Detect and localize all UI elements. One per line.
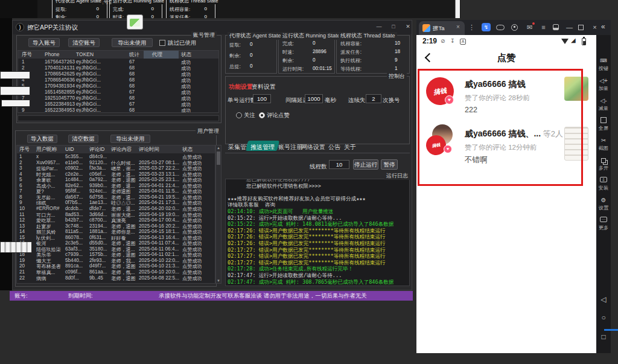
user-button-2[interactable]: 导出未使用: [110, 135, 150, 143]
table-row[interactable]: 14丽兰风铃811a5...1881a...老师你是...2025-04-15 …: [17, 229, 215, 235]
collapse-sidebar-icon[interactable]: «: [601, 22, 605, 31]
account-button-0[interactable]: 导入账号: [28, 38, 60, 47]
keyboard-icon[interactable]: ⌨: [596, 57, 611, 65]
settings-tab-1[interactable]: 资料设置: [252, 83, 276, 91]
account-button-1[interactable]: 清空账号: [68, 38, 100, 47]
table-row[interactable]: 816522384913eyJhbGci...67成功: [18, 101, 218, 107]
boost-icon[interactable]: ↯: [482, 23, 491, 31]
table-cell: 13: [19, 223, 25, 229]
table-row[interactable]: 4时光姐...c2e2e...c06ef...老师，退...2025-03-23…: [17, 171, 215, 177]
minimize-icon[interactable]: —: [565, 23, 574, 31]
table-row[interactable]: 21翠禧真...c096f...861aa...老师，氛...2025-04-1…: [17, 269, 215, 275]
thread-count-input[interactable]: [329, 160, 349, 169]
main-window-title: 撩它APP关注协议: [27, 24, 78, 32]
table-row[interactable]: 616514582855eyJhbGci...67成功: [18, 89, 218, 95]
skip-used-checkbox[interactable]: [159, 40, 165, 46]
table-cell: 3d66d...: [89, 212, 107, 217]
tab-close-icon[interactable]: ×: [456, 24, 460, 30]
table-row[interactable]: 417086540636eyJhbGci...68成功: [18, 77, 218, 83]
kebab-menu-icon[interactable]: ⋮: [467, 23, 476, 31]
stop-run-button[interactable]: 停止运行: [353, 159, 378, 170]
table-cell: Xuv0957...: [36, 160, 60, 165]
install-apk-icon[interactable]: ⇩: [596, 177, 611, 182]
gamepad-icon[interactable]: [496, 25, 505, 30]
tab-网络设置[interactable]: 网络设置: [301, 143, 325, 152]
user-table-scrollbar[interactable]: ▲ ▼: [215, 145, 221, 284]
table-row[interactable]: 15ly.伏剑...86078...0f631...好好看2025-04-13 …: [17, 235, 215, 241]
table-row[interactable]: 5余薯歌1c484...0a792...老师，退图2025-03-25 23:1…: [17, 177, 215, 183]
messages-icon[interactable]: ✉: [525, 23, 534, 31]
scroll-down-icon[interactable]: ▼: [216, 279, 221, 283]
table-row[interactable]: 17陆佰玖拾柒63af3...35180...老师，退...2025-04-11…: [17, 246, 215, 252]
volume-up-icon[interactable]: ◁+: [596, 77, 611, 85]
table-row[interactable]: 16银河2c3e5...d55d0...老师，退图2025-04-11 07:4…: [17, 240, 215, 246]
user-button-0[interactable]: 导入数据: [27, 135, 57, 143]
tab-公告[interactable]: 公告: [328, 143, 340, 152]
table-row[interactable]: 1x5c355...d84c9...点赞成功: [17, 154, 215, 160]
user-button-1[interactable]: 清空数据: [68, 135, 98, 143]
user-table[interactable]: 序号用户昵称UID评论ID评论内容评论时间状态1x5c355...d84c9..…: [16, 145, 215, 284]
android-home-icon[interactable]: ○: [596, 313, 611, 322]
table-row[interactable]: 3提输Par...c0902...f3e3a...嗯星，谢...2025-03-…: [17, 165, 215, 171]
table-row[interactable]: 12爱吃草...b42b7...c8700...真漂亮2025-04-17 00…: [17, 217, 215, 223]
pause-button[interactable]: 暂停: [381, 159, 398, 170]
emulator-tab[interactable]: 撩Ta ×: [419, 21, 465, 35]
table-row[interactable]: 22病病8d0f...9b..45老师，退图2025-04-08 22:5...…: [17, 275, 215, 281]
table-row[interactable]: 2Xuv0957...e11e0...92120...什么时候...2025-0…: [17, 160, 215, 166]
fullscreen-icon[interactable]: [596, 117, 611, 123]
table-row[interactable]: 517094381934eyJhbGci...68成功: [18, 83, 218, 89]
tab-推送管理[interactable]: 推送管理: [250, 143, 275, 152]
mini-window-icon[interactable]: [553, 24, 559, 30]
table-row[interactable]: 916522384953eyJhbGci...68成功: [18, 107, 218, 113]
minimize-button[interactable]: —: [374, 22, 384, 31]
field-input[interactable]: [366, 94, 381, 103]
scroll-up-icon[interactable]: ▲: [216, 146, 221, 150]
table-row[interactable]: 10#ERROR#dcdcb...dfde7...老师，退...2025-04-…: [17, 206, 215, 212]
close-button[interactable]: ✕: [403, 22, 413, 31]
run-log-console[interactable]: 您已解锁软件使用权限//// 您已解锁软件代理销售权限>>>> ★★★推荐好友购…: [225, 179, 410, 286]
menu-icon[interactable]: ≡: [539, 23, 548, 31]
account-table[interactable]: 序号PhoneTOKEN统计代理状态116756437263eyJhbGci..…: [18, 50, 219, 113]
table-cell: 16756437263: [45, 59, 75, 65]
volume-down-icon[interactable]: ◁-: [596, 97, 611, 104]
scrollbar-thumb[interactable]: [217, 152, 220, 165]
account-icon[interactable]: [511, 24, 518, 31]
table-row[interactable]: 7夏?95f8f...924ec...老师退图2025-04-01 11:5..…: [17, 188, 215, 194]
close-icon[interactable]: ×: [590, 23, 599, 31]
table-cell: 成功: [181, 107, 191, 113]
bg-status-value: 0: [205, 6, 207, 11]
image-file-icon[interactable]: [127, 14, 143, 30]
table-row[interactable]: 8无尽龄...da567...6d758...老师，退...2025-04-21…: [17, 194, 215, 200]
table-row[interactable]: 317086542625eyJhbGci...68成功: [18, 71, 218, 77]
table-row[interactable]: 719251045770eyJhbGci...68成功: [18, 95, 218, 101]
account-button-2[interactable]: 导出未使用: [112, 38, 153, 47]
table-row[interactable]: 217040124131eyJhbGci...68成功: [18, 65, 218, 71]
emulator-titlebar[interactable]: 撩Ta × ⋮↯✉≡—× «: [416, 20, 611, 35]
status-group: 代理状态 Agent State提取:0剩余:0总提:0: [225, 35, 277, 74]
multi-window-icon[interactable]: [596, 157, 611, 163]
table-row[interactable]: 18美乐蒂c7939...1575b...老师，退图2025-04-11 02:…: [17, 252, 215, 258]
radio-selected[interactable]: [259, 112, 265, 118]
screenshot-icon[interactable]: ✂: [596, 137, 611, 144]
field-input[interactable]: [305, 94, 323, 103]
table-row[interactable]: 20哥布林圣者891ca...d49f7...老师，退图2025-04-10 2…: [17, 263, 215, 269]
table-row[interactable]: 13赴宴岁3c748...23194...老师，退图2025-04-16 20:…: [17, 223, 215, 229]
table-row[interactable]: 19懒大王5b440...2fe93...老师，我...2025-04-10 2…: [17, 258, 215, 264]
more-icon[interactable]: ⋯: [596, 217, 611, 222]
expire-time-label: 到期时间:: [68, 292, 93, 300]
settings-icon[interactable]: ⚙: [596, 197, 611, 204]
table-row[interactable]: 116756437263eyJhbGci...67成功: [18, 59, 218, 65]
android-back-icon[interactable]: ◁: [596, 295, 611, 304]
maximize-icon[interactable]: [578, 25, 584, 30]
settings-tab-0[interactable]: 功能设置: [229, 83, 253, 91]
field-input[interactable]: [253, 94, 271, 103]
maximize-button[interactable]: □: [388, 22, 399, 31]
tab-关于[interactable]: 关于: [344, 143, 356, 152]
column-header: Phone: [45, 51, 60, 57]
android-recents-icon[interactable]: □: [596, 333, 611, 341]
table-row[interactable]: 9绵眠_0f7b5...1ae13...哇◎△◎...2025-04-21 17…: [17, 200, 215, 206]
table-row[interactable]: 6高成小...82e62...939b0...老师，退...2025-04-01…: [17, 183, 215, 189]
radio-option[interactable]: [236, 112, 242, 118]
tab-账号注册[interactable]: 账号注册: [278, 143, 302, 152]
table-row[interactable]: 11可口方...8ad53...3d66d...谢谢大佬...2025-04-1…: [17, 212, 215, 218]
